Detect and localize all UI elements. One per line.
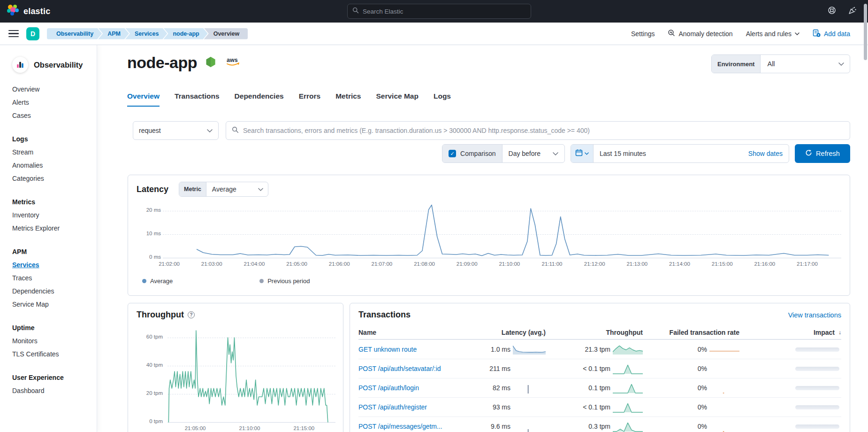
sidebar-item-dashboard[interactable]: Dashboard	[12, 384, 91, 397]
breadcrumb-apm[interactable]: APM	[98, 28, 129, 39]
anomaly-detection-button[interactable]: Anomaly detection	[668, 29, 732, 38]
breadcrumb-overview: Overview	[204, 28, 248, 39]
time-range-value[interactable]: Last 15 minutes	[594, 150, 742, 157]
latency-panel: Latency Metric Average 0 ms10 ms20 ms 21…	[128, 175, 850, 296]
comparison-checkbox[interactable]: ✓ Comparison	[442, 145, 502, 162]
tab-transactions[interactable]: Transactions	[175, 92, 220, 107]
legend-item-previous-period[interactable]: Previous period	[259, 278, 310, 285]
sidebar-item-inventory[interactable]: Inventory	[12, 208, 91, 222]
gridline	[163, 258, 841, 258]
transactions-panel: Transactions View transactions Name Late…	[350, 303, 850, 432]
add-data-button[interactable]: Add data	[813, 29, 850, 39]
sidebar-item-traces[interactable]: Traces	[12, 271, 91, 285]
page-scrollbar[interactable]	[864, 4, 867, 60]
sidebar-section-user-experience: User Experience	[12, 371, 91, 384]
sidebar-item-anomalies[interactable]: Anomalies	[12, 159, 91, 172]
transaction-link[interactable]: POST /api/auth/login	[358, 384, 419, 392]
environment-select[interactable]: Environment All	[711, 54, 850, 73]
sidebar-item-monitors[interactable]: Monitors	[12, 334, 91, 347]
y-axis-label: 20 tpm	[146, 390, 163, 396]
transaction-link[interactable]: POST /api/messages/getm...	[358, 423, 442, 430]
throughput-sparkline	[613, 421, 643, 432]
transaction-link[interactable]: POST /api/auth/register	[358, 403, 427, 411]
sidebar-item-tls-certificates[interactable]: TLS Certificates	[12, 347, 91, 361]
checkbox-checked-icon: ✓	[449, 150, 456, 157]
column-name[interactable]: Name	[358, 329, 469, 336]
search-icon	[232, 126, 239, 135]
failed-rate-sparkline	[709, 401, 739, 413]
sidebar-item-alerts[interactable]: Alerts	[12, 96, 91, 109]
throughput-plot[interactable]	[168, 329, 335, 422]
view-transactions-link[interactable]: View transactions	[788, 311, 841, 319]
column-throughput[interactable]: Throughput	[546, 329, 643, 336]
comparison-period-value: Day before	[509, 150, 541, 157]
x-axis-label: 21:11:00	[542, 261, 563, 267]
column-failed-rate[interactable]: Failed transaction rate	[643, 329, 739, 336]
global-header: elastic	[0, 0, 868, 23]
latency-plot[interactable]	[163, 205, 841, 258]
x-axis-label: 21:15:00	[293, 425, 314, 431]
transactions-table: Name Latency (avg.) Throughput Failed tr…	[358, 325, 841, 432]
kql-search-input[interactable]	[243, 127, 844, 134]
x-axis-label: 21:17:00	[797, 261, 818, 267]
comparison-group: ✓ Comparison Day before	[442, 144, 565, 163]
sidebar-item-stream[interactable]: Stream	[12, 146, 91, 159]
help-icon[interactable]	[828, 6, 836, 16]
x-axis-label: 21:05:00	[286, 261, 307, 267]
breadcrumb-observability[interactable]: Observability	[47, 28, 102, 39]
chevron-down-icon	[795, 32, 799, 35]
table-row: GET unknown route 1.0 ms 21.3 tpm 0%	[358, 339, 841, 359]
sidebar-item-overview[interactable]: Overview	[12, 83, 91, 96]
alerts-and-rules-menu[interactable]: Alerts and rules	[746, 30, 799, 38]
global-search-input[interactable]	[363, 8, 526, 15]
breadcrumb-services[interactable]: Services	[125, 28, 167, 39]
chevron-down-icon	[585, 152, 589, 155]
transaction-link[interactable]: POST /api/auth/setavatar/:id	[358, 365, 441, 372]
show-dates-link[interactable]: Show dates	[742, 150, 789, 157]
sidebar-item-services[interactable]: Services	[12, 258, 91, 271]
chevron-down-icon	[838, 62, 844, 66]
sidebar-item-dependencies[interactable]: Dependencies	[12, 285, 91, 298]
kql-search-bar[interactable]	[226, 121, 850, 140]
table-row: POST /api/auth/register 93 ms < 0.1 tpm …	[358, 397, 841, 417]
sidebar-section-metrics: Metrics	[12, 195, 91, 208]
throughput-y-axis: 0 tpm20 tpm40 tpm60 tpm	[133, 329, 163, 422]
tab-metrics[interactable]: Metrics	[335, 92, 361, 107]
header-icons	[828, 0, 857, 23]
failed-rate-sparkline	[709, 344, 739, 355]
transaction-type-select[interactable]: request	[133, 121, 219, 140]
service-header: node-app aws	[127, 54, 241, 72]
tab-service-map[interactable]: Service Map	[376, 92, 418, 107]
sidebar-item-metrics-explorer[interactable]: Metrics Explorer	[12, 222, 91, 235]
tab-errors[interactable]: Errors	[299, 92, 321, 107]
comparison-period-select[interactable]: Day before	[503, 145, 564, 162]
x-axis-label: 21:12:00	[584, 261, 605, 267]
breadcrumb-node-app[interactable]: node-app	[163, 28, 207, 39]
table-row: POST /api/auth/login 82 ms 0.1 tpm 0%	[358, 378, 841, 397]
calendar-menu-button[interactable]	[571, 145, 594, 162]
sidebar-item-cases[interactable]: Cases	[12, 109, 91, 122]
news-icon[interactable]	[848, 6, 857, 16]
breadcrumb-bar: D Observability APM Services node-app Ov…	[0, 23, 868, 45]
sidebar-item-categories[interactable]: Categories	[12, 172, 91, 185]
tab-dependencies[interactable]: Dependencies	[235, 92, 284, 107]
settings-button[interactable]: Settings	[631, 30, 655, 38]
column-impact[interactable]: Impact↓	[739, 329, 841, 336]
global-search[interactable]	[347, 4, 531, 19]
impact-bar	[739, 347, 841, 352]
space-avatar[interactable]: D	[26, 27, 39, 40]
throughput-sparkline	[613, 344, 643, 355]
anomaly-detection-icon	[668, 29, 675, 38]
column-latency[interactable]: Latency (avg.)	[469, 329, 546, 336]
x-axis-label: 21:10:00	[239, 425, 260, 431]
y-axis-label: 10 ms	[146, 231, 161, 236]
transaction-link[interactable]: GET unknown route	[358, 346, 417, 353]
tab-logs[interactable]: Logs	[434, 92, 451, 107]
menu-icon[interactable]	[8, 30, 19, 38]
throughput-sparkline	[613, 363, 643, 374]
sidebar-item-service-map[interactable]: Service Map	[12, 298, 91, 311]
refresh-button[interactable]: Refresh	[795, 144, 850, 163]
tab-overview[interactable]: Overview	[127, 92, 160, 107]
elastic-home-link[interactable]: elastic	[0, 4, 50, 18]
legend-item-average[interactable]: Average	[142, 278, 173, 285]
